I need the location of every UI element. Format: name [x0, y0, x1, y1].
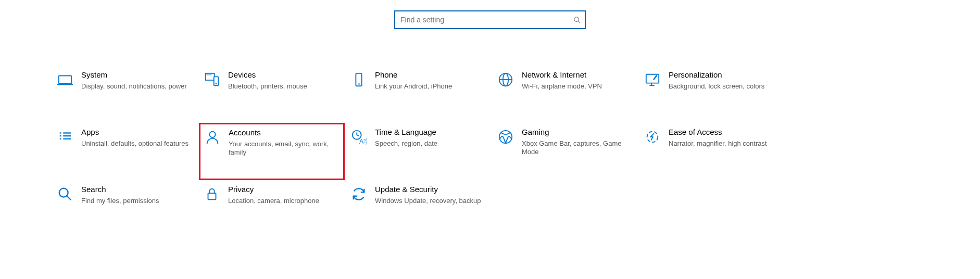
search-container: [0, 0, 980, 29]
tile-gaming[interactable]: GamingXbox Game Bar, captures, Game Mode: [493, 123, 638, 180]
search-icon: [56, 185, 74, 203]
tile-title: Time & Language: [375, 127, 484, 137]
tile-title: Search: [81, 184, 191, 195]
system-icon: [56, 71, 74, 88]
tile-description: Windows Update, recovery, backup: [375, 197, 484, 205]
update-icon: [350, 185, 368, 203]
tile-text: SystemDisplay, sound, notifications, pow…: [81, 70, 191, 91]
tile-apps[interactable]: AppsUninstall, defaults, optional featur…: [52, 123, 198, 180]
devices-icon: [203, 71, 221, 88]
tile-text: Time & LanguageSpeech, region, date: [375, 127, 484, 148]
tile-text: PersonalizationBackground, lock screen, …: [669, 70, 778, 91]
tile-network[interactable]: Network & InternetWi-Fi, airplane mode, …: [493, 66, 638, 123]
tile-description: Xbox Game Bar, captures, Game Mode: [522, 140, 631, 157]
tile-title: Devices: [228, 70, 337, 80]
phone-icon: [350, 71, 368, 88]
privacy-icon: [203, 185, 221, 203]
tile-title: Update & Security: [375, 184, 484, 195]
tile-accounts[interactable]: AccountsYour accounts, email, sync, work…: [199, 123, 345, 180]
tile-title: Personalization: [669, 70, 778, 80]
tile-description: Find my files, permissions: [81, 197, 191, 205]
svg-line-1: [579, 21, 581, 23]
tile-description: Link your Android, iPhone: [375, 82, 484, 91]
tile-title: Phone: [375, 70, 484, 80]
apps-icon: [56, 128, 74, 146]
search-box[interactable]: [394, 10, 586, 29]
tile-text: Ease of AccessNarrator, magnifier, high …: [669, 127, 778, 148]
tile-phone[interactable]: PhoneLink your Android, iPhone: [346, 66, 492, 123]
tile-text: AccountsYour accounts, email, sync, work…: [229, 128, 337, 157]
tile-description: Speech, region, date: [375, 140, 484, 148]
tile-text: Update & SecurityWindows Update, recover…: [375, 184, 484, 205]
time-icon: [350, 128, 368, 146]
tile-description: Narrator, magnifier, high contrast: [669, 140, 778, 148]
tile-personalization[interactable]: PersonalizationBackground, lock screen, …: [639, 66, 785, 123]
tile-text: PrivacyLocation, camera, microphone: [228, 184, 337, 205]
tile-devices[interactable]: DevicesBluetooth, printers, mouse: [199, 66, 345, 123]
tile-text: SearchFind my files, permissions: [81, 184, 191, 205]
tile-text: AppsUninstall, defaults, optional featur…: [81, 127, 191, 148]
tile-title: Privacy: [228, 184, 337, 195]
tile-title: Apps: [81, 127, 191, 137]
tile-text: DevicesBluetooth, printers, mouse: [228, 70, 337, 91]
ease-icon: [644, 128, 661, 146]
gaming-icon: [497, 128, 514, 146]
tile-title: Gaming: [522, 127, 631, 137]
tile-title: Ease of Access: [669, 127, 778, 137]
settings-grid: SystemDisplay, sound, notifications, pow…: [52, 66, 823, 237]
tile-description: Background, lock screen, colors: [669, 82, 778, 91]
tile-title: Accounts: [229, 128, 337, 138]
accounts-icon: [204, 129, 221, 146]
tile-ease[interactable]: Ease of AccessNarrator, magnifier, high …: [639, 123, 785, 180]
tile-privacy[interactable]: PrivacyLocation, camera, microphone: [199, 180, 345, 237]
tile-description: Bluetooth, printers, mouse: [228, 82, 337, 91]
search-icon: [573, 16, 581, 23]
tile-system[interactable]: SystemDisplay, sound, notifications, pow…: [52, 66, 198, 123]
tile-title: Network & Internet: [522, 70, 631, 80]
tile-text: Network & InternetWi-Fi, airplane mode, …: [522, 70, 631, 91]
tile-description: Wi-Fi, airplane mode, VPN: [522, 82, 631, 91]
svg-point-0: [574, 17, 579, 22]
tile-search[interactable]: SearchFind my files, permissions: [52, 180, 198, 237]
search-input[interactable]: [399, 15, 573, 24]
tile-time[interactable]: Time & LanguageSpeech, region, date: [346, 123, 492, 180]
tile-description: Uninstall, defaults, optional features: [81, 140, 191, 148]
tile-text: PhoneLink your Android, iPhone: [375, 70, 484, 91]
tile-description: Your accounts, email, sync, work, family: [229, 140, 337, 157]
tile-description: Location, camera, microphone: [228, 197, 337, 205]
tile-description: Display, sound, notifications, power: [81, 82, 191, 91]
tile-title: System: [81, 70, 191, 80]
network-icon: [497, 71, 514, 88]
tile-text: GamingXbox Game Bar, captures, Game Mode: [522, 127, 631, 156]
personalization-icon: [644, 71, 661, 88]
tile-update[interactable]: Update & SecurityWindows Update, recover…: [346, 180, 492, 237]
